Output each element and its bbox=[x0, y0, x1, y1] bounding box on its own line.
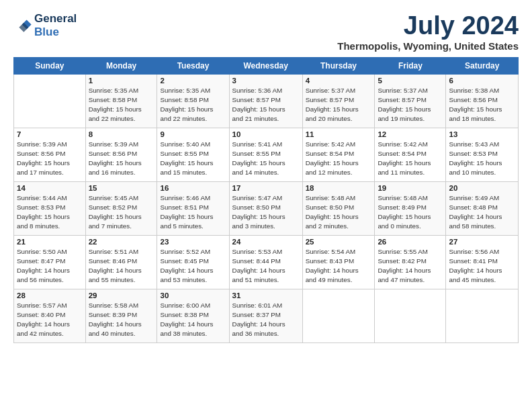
calendar-week-0: 1Sunrise: 5:35 AMSunset: 8:58 PMDaylight… bbox=[14, 74, 519, 128]
calendar-cell: 23Sunrise: 5:52 AMSunset: 8:45 PMDayligh… bbox=[157, 235, 229, 289]
calendar-cell: 3Sunrise: 5:36 AMSunset: 8:57 PMDaylight… bbox=[229, 74, 302, 128]
day-info: Sunrise: 5:39 AMSunset: 8:56 PMDaylight:… bbox=[89, 140, 154, 178]
day-number: 18 bbox=[306, 184, 372, 192]
calendar-cell: 4Sunrise: 5:37 AMSunset: 8:57 PMDaylight… bbox=[302, 74, 375, 128]
calendar-cell: 12Sunrise: 5:42 AMSunset: 8:54 PMDayligh… bbox=[375, 128, 446, 181]
day-number: 27 bbox=[449, 238, 515, 246]
page: General Blue July 2024 Thermopolis, Wyom… bbox=[0, 0, 532, 350]
day-number: 10 bbox=[232, 130, 300, 138]
day-info: Sunrise: 5:35 AMSunset: 8:58 PMDaylight:… bbox=[160, 86, 226, 124]
day-info: Sunrise: 5:36 AMSunset: 8:57 PMDaylight:… bbox=[232, 86, 300, 124]
day-info: Sunrise: 5:49 AMSunset: 8:48 PMDaylight:… bbox=[449, 193, 515, 232]
day-number: 16 bbox=[160, 184, 226, 192]
day-number: 15 bbox=[89, 184, 154, 192]
header-day-thursday: Thursday bbox=[302, 57, 375, 74]
day-info: Sunrise: 5:42 AMSunset: 8:54 PMDaylight:… bbox=[378, 140, 443, 178]
day-info: Sunrise: 6:01 AMSunset: 8:37 PMDaylight:… bbox=[232, 301, 300, 339]
day-info: Sunrise: 5:58 AMSunset: 8:39 PMDaylight:… bbox=[89, 301, 154, 339]
day-number: 23 bbox=[160, 238, 226, 246]
day-info: Sunrise: 5:56 AMSunset: 8:41 PMDaylight:… bbox=[449, 247, 515, 285]
day-info: Sunrise: 5:35 AMSunset: 8:58 PMDaylight:… bbox=[89, 86, 154, 124]
day-number: 7 bbox=[17, 130, 83, 138]
day-info: Sunrise: 5:37 AMSunset: 8:57 PMDaylight:… bbox=[306, 86, 372, 124]
day-info: Sunrise: 5:51 AMSunset: 8:46 PMDaylight:… bbox=[89, 247, 154, 285]
day-number: 3 bbox=[232, 77, 300, 85]
header-day-monday: Monday bbox=[85, 57, 157, 74]
day-number: 28 bbox=[17, 291, 83, 300]
day-number: 31 bbox=[232, 291, 300, 300]
logo-text: General Blue bbox=[34, 12, 77, 38]
day-info: Sunrise: 5:43 AMSunset: 8:53 PMDaylight:… bbox=[449, 140, 515, 178]
day-info: Sunrise: 5:46 AMSunset: 8:51 PMDaylight:… bbox=[160, 193, 226, 232]
calendar-cell bbox=[446, 289, 519, 342]
calendar-table: SundayMondayTuesdayWednesdayThursdayFrid… bbox=[13, 57, 519, 343]
day-info: Sunrise: 5:50 AMSunset: 8:47 PMDaylight:… bbox=[17, 247, 83, 285]
calendar-cell: 2Sunrise: 5:35 AMSunset: 8:58 PMDaylight… bbox=[157, 74, 229, 128]
calendar-cell: 26Sunrise: 5:55 AMSunset: 8:42 PMDayligh… bbox=[375, 235, 446, 289]
calendar-cell: 19Sunrise: 5:48 AMSunset: 8:49 PMDayligh… bbox=[375, 181, 446, 235]
day-info: Sunrise: 6:00 AMSunset: 8:38 PMDaylight:… bbox=[160, 301, 226, 339]
day-number: 1 bbox=[89, 77, 154, 85]
month-year: July 2024 bbox=[337, 12, 519, 40]
day-info: Sunrise: 5:45 AMSunset: 8:52 PMDaylight:… bbox=[89, 193, 154, 232]
header-day-friday: Friday bbox=[375, 57, 446, 74]
calendar-cell: 15Sunrise: 5:45 AMSunset: 8:52 PMDayligh… bbox=[85, 181, 157, 235]
location: Thermopolis, Wyoming, United States bbox=[337, 40, 519, 52]
day-info: Sunrise: 5:41 AMSunset: 8:55 PMDaylight:… bbox=[232, 140, 300, 178]
day-number: 17 bbox=[232, 184, 300, 192]
calendar-cell bbox=[375, 289, 446, 342]
day-info: Sunrise: 5:52 AMSunset: 8:45 PMDaylight:… bbox=[160, 247, 226, 285]
calendar-cell: 8Sunrise: 5:39 AMSunset: 8:56 PMDaylight… bbox=[85, 128, 157, 181]
day-info: Sunrise: 5:37 AMSunset: 8:57 PMDaylight:… bbox=[378, 86, 443, 124]
calendar-cell: 29Sunrise: 5:58 AMSunset: 8:39 PMDayligh… bbox=[85, 289, 157, 342]
calendar-cell: 22Sunrise: 5:51 AMSunset: 8:46 PMDayligh… bbox=[85, 235, 157, 289]
day-info: Sunrise: 5:55 AMSunset: 8:42 PMDaylight:… bbox=[378, 247, 443, 285]
calendar-cell: 25Sunrise: 5:54 AMSunset: 8:43 PMDayligh… bbox=[302, 235, 375, 289]
day-info: Sunrise: 5:42 AMSunset: 8:54 PMDaylight:… bbox=[306, 140, 372, 178]
day-info: Sunrise: 5:54 AMSunset: 8:43 PMDaylight:… bbox=[306, 247, 372, 285]
day-info: Sunrise: 5:39 AMSunset: 8:56 PMDaylight:… bbox=[17, 140, 83, 178]
calendar-week-4: 28Sunrise: 5:57 AMSunset: 8:40 PMDayligh… bbox=[14, 289, 519, 342]
header-area: General Blue July 2024 Thermopolis, Wyom… bbox=[13, 12, 519, 52]
day-number: 20 bbox=[449, 184, 515, 192]
day-info: Sunrise: 5:38 AMSunset: 8:56 PMDaylight:… bbox=[449, 86, 515, 124]
calendar-cell: 31Sunrise: 6:01 AMSunset: 8:37 PMDayligh… bbox=[229, 289, 302, 342]
day-number: 30 bbox=[160, 291, 226, 300]
title-block: July 2024 Thermopolis, Wyoming, United S… bbox=[337, 12, 519, 52]
day-info: Sunrise: 5:57 AMSunset: 8:40 PMDaylight:… bbox=[17, 301, 83, 339]
day-number: 4 bbox=[306, 77, 372, 85]
calendar-cell: 6Sunrise: 5:38 AMSunset: 8:56 PMDaylight… bbox=[446, 74, 519, 128]
day-number: 25 bbox=[306, 238, 372, 246]
calendar-week-1: 7Sunrise: 5:39 AMSunset: 8:56 PMDaylight… bbox=[14, 128, 519, 181]
day-info: Sunrise: 5:44 AMSunset: 8:53 PMDaylight:… bbox=[17, 193, 83, 232]
day-number: 2 bbox=[160, 77, 226, 85]
calendar-cell: 20Sunrise: 5:49 AMSunset: 8:48 PMDayligh… bbox=[446, 181, 519, 235]
calendar-cell: 18Sunrise: 5:48 AMSunset: 8:50 PMDayligh… bbox=[302, 181, 375, 235]
calendar-cell: 17Sunrise: 5:47 AMSunset: 8:50 PMDayligh… bbox=[229, 181, 302, 235]
day-info: Sunrise: 5:53 AMSunset: 8:44 PMDaylight:… bbox=[232, 247, 300, 285]
calendar-cell: 1Sunrise: 5:35 AMSunset: 8:58 PMDaylight… bbox=[85, 74, 157, 128]
logo: General Blue bbox=[13, 12, 77, 38]
day-number: 8 bbox=[89, 130, 154, 138]
header-day-sunday: Sunday bbox=[14, 57, 86, 74]
calendar-cell: 14Sunrise: 5:44 AMSunset: 8:53 PMDayligh… bbox=[14, 181, 86, 235]
calendar-cell: 24Sunrise: 5:53 AMSunset: 8:44 PMDayligh… bbox=[229, 235, 302, 289]
day-info: Sunrise: 5:47 AMSunset: 8:50 PMDaylight:… bbox=[232, 193, 300, 232]
calendar-cell: 30Sunrise: 6:00 AMSunset: 8:38 PMDayligh… bbox=[157, 289, 229, 342]
calendar-week-2: 14Sunrise: 5:44 AMSunset: 8:53 PMDayligh… bbox=[14, 181, 519, 235]
header-day-wednesday: Wednesday bbox=[229, 57, 302, 74]
calendar-cell bbox=[14, 74, 86, 128]
calendar-cell: 10Sunrise: 5:41 AMSunset: 8:55 PMDayligh… bbox=[229, 128, 302, 181]
day-number: 14 bbox=[17, 184, 83, 192]
header-day-saturday: Saturday bbox=[446, 57, 519, 74]
calendar-cell bbox=[302, 289, 375, 342]
calendar-cell: 13Sunrise: 5:43 AMSunset: 8:53 PMDayligh… bbox=[446, 128, 519, 181]
calendar-header-row: SundayMondayTuesdayWednesdayThursdayFrid… bbox=[14, 57, 519, 74]
day-number: 29 bbox=[89, 291, 154, 300]
day-info: Sunrise: 5:48 AMSunset: 8:50 PMDaylight:… bbox=[306, 193, 372, 232]
day-number: 21 bbox=[17, 238, 83, 246]
calendar-week-3: 21Sunrise: 5:50 AMSunset: 8:47 PMDayligh… bbox=[14, 235, 519, 289]
day-number: 24 bbox=[232, 238, 300, 246]
calendar-cell: 28Sunrise: 5:57 AMSunset: 8:40 PMDayligh… bbox=[14, 289, 86, 342]
day-number: 26 bbox=[378, 238, 443, 246]
